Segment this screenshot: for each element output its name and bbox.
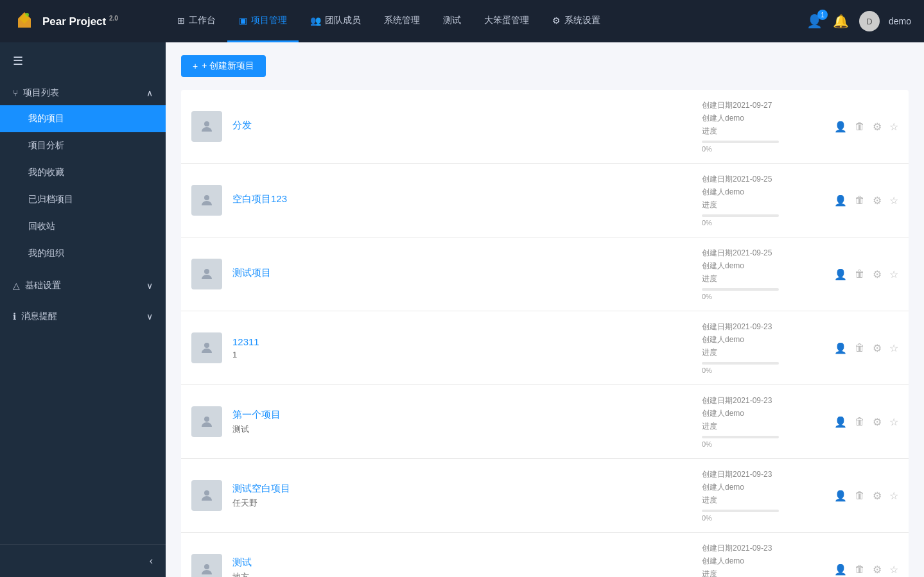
project-created-by: 创建人demo	[702, 187, 817, 198]
delete-action-icon[interactable]: 🗑	[855, 194, 865, 206]
project-icon: ▣	[239, 15, 247, 26]
delete-action-icon[interactable]: 🗑	[855, 121, 865, 132]
sidebar-item-project-analysis[interactable]: 项目分析	[0, 132, 166, 159]
sidebar-section-basic-settings-header[interactable]: △ 基础设置 ∨	[0, 273, 166, 298]
sidebar-item-my-projects[interactable]: 我的项目	[0, 105, 166, 132]
member-action-icon[interactable]: 👤	[834, 194, 847, 207]
project-created-date: 创建日期2021-09-23	[702, 322, 817, 332]
project-name[interactable]: 测试项目	[232, 267, 692, 279]
project-avatar	[191, 259, 222, 289]
project-actions: 👤 🗑 ⚙ ☆	[828, 564, 898, 576]
settings-action-icon[interactable]: ⚙	[873, 490, 882, 502]
progress-text: 0%	[702, 440, 817, 448]
project-info: 测试项目	[232, 267, 692, 282]
project-name[interactable]: 空白项目123	[232, 193, 692, 205]
star-action-icon[interactable]: ☆	[889, 194, 898, 207]
project-name[interactable]: 测试	[232, 556, 692, 569]
project-desc: 1	[232, 350, 692, 359]
member-action-icon[interactable]: 👤	[834, 268, 847, 280]
nav-item-workbench[interactable]: ⊞ 工作台	[166, 0, 227, 42]
nav-item-system[interactable]: 系统管理	[372, 0, 431, 42]
create-project-button[interactable]: + + 创建新项目	[181, 55, 266, 77]
project-name[interactable]: 第一个项目	[232, 409, 692, 421]
nav-item-settings[interactable]: ⚙ 系统设置	[541, 0, 612, 42]
project-avatar	[191, 185, 222, 216]
svg-point-5	[204, 269, 209, 274]
project-meta: 创建日期2021-09-25 创建人demo 进度 0%	[702, 248, 817, 300]
app-title: Pear Project 2.0	[42, 15, 118, 28]
project-item: 测试项目 创建日期2021-09-25 创建人demo 进度 0% 👤 🗑 ⚙ …	[181, 237, 909, 311]
member-action-icon[interactable]: 👤	[834, 342, 847, 354]
project-actions: 👤 🗑 ⚙ ☆	[828, 121, 898, 133]
team-icon: 👥	[310, 15, 321, 26]
progress-bar-wrap	[702, 214, 779, 217]
settings-action-icon[interactable]: ⚙	[873, 194, 882, 207]
star-action-icon[interactable]: ☆	[889, 268, 898, 280]
project-progress-label: 进度	[702, 200, 817, 211]
workbench-icon: ⊞	[177, 15, 185, 26]
project-created-by: 创建人demo	[702, 408, 817, 419]
progress-bar-wrap	[702, 510, 779, 512]
star-action-icon[interactable]: ☆	[889, 121, 898, 133]
delete-action-icon[interactable]: 🗑	[855, 416, 865, 427]
member-action-icon[interactable]: 👤	[834, 121, 847, 133]
project-list-section-icon: ⑂	[13, 88, 18, 98]
progress-text: 0%	[702, 514, 817, 522]
create-plus-icon: +	[193, 61, 198, 71]
user-notification-icon[interactable]: 👤 1	[806, 13, 823, 29]
project-name[interactable]: 分发	[232, 119, 692, 132]
sidebar-collapse-button[interactable]: ‹	[150, 555, 153, 567]
settings-action-icon[interactable]: ⚙	[873, 342, 882, 354]
nav-item-team[interactable]: 👥 团队成员	[299, 0, 372, 42]
project-avatar	[191, 480, 222, 511]
sidebar-section-notifications-header[interactable]: ℹ 消息提醒 ∨	[0, 304, 166, 329]
project-created-by: 创建人demo	[702, 556, 817, 567]
project-progress-label: 进度	[702, 273, 817, 284]
delete-action-icon[interactable]: 🗑	[855, 490, 865, 501]
sidebar-item-org[interactable]: 我的组织	[0, 240, 166, 267]
project-info: 测试空白项目 任天野	[232, 483, 692, 509]
nav-item-project[interactable]: ▣ 项目管理	[227, 0, 299, 42]
project-list-chevron: ∧	[146, 88, 153, 98]
project-info: 12311 1	[232, 336, 692, 359]
delete-action-icon[interactable]: 🗑	[855, 564, 865, 575]
star-action-icon[interactable]: ☆	[889, 564, 898, 576]
project-list: 分发 创建日期2021-09-27 创建人demo 进度 0% 👤 🗑 ⚙ ☆	[181, 90, 909, 577]
star-action-icon[interactable]: ☆	[889, 342, 898, 354]
sidebar-item-trash[interactable]: 回收站	[0, 213, 166, 240]
sidebar-item-archived[interactable]: 已归档项目	[0, 186, 166, 213]
project-meta: 创建日期2021-09-23 创建人demo 进度 0%	[702, 543, 817, 577]
project-name[interactable]: 12311	[232, 336, 692, 347]
settings-action-icon[interactable]: ⚙	[873, 416, 882, 428]
project-desc: 任天野	[232, 497, 692, 509]
star-action-icon[interactable]: ☆	[889, 416, 898, 428]
project-progress-label: 进度	[702, 347, 817, 358]
settings-action-icon[interactable]: ⚙	[873, 268, 882, 280]
settings-nav-icon: ⚙	[552, 15, 561, 26]
notifications-chevron: ∨	[146, 311, 153, 322]
delete-action-icon[interactable]: 🗑	[855, 342, 865, 354]
member-action-icon[interactable]: 👤	[834, 416, 847, 428]
hamburger-menu[interactable]: ☰	[0, 42, 166, 74]
project-name[interactable]: 测试空白项目	[232, 483, 692, 495]
user-profile[interactable]: D demo	[859, 11, 911, 31]
project-meta: 创建日期2021-09-27 创建人demo 进度 0%	[702, 100, 817, 153]
nav-links: ⊞ 工作台 ▣ 项目管理 👥 团队成员 系统管理 测试 大笨蛋管理 ⚙ 系统设置	[166, 0, 794, 42]
sidebar-section-project-list-header[interactable]: ⑂ 项目列表 ∧	[0, 81, 166, 105]
project-actions: 👤 🗑 ⚙ ☆	[828, 194, 898, 207]
nav-item-test[interactable]: 测试	[431, 0, 473, 42]
progress-text: 0%	[702, 219, 817, 227]
star-action-icon[interactable]: ☆	[889, 490, 898, 502]
project-created-date: 创建日期2021-09-23	[702, 469, 817, 480]
member-action-icon[interactable]: 👤	[834, 564, 847, 576]
settings-action-icon[interactable]: ⚙	[873, 121, 882, 133]
bell-icon-button[interactable]: 🔔	[833, 13, 849, 29]
settings-action-icon[interactable]: ⚙	[873, 564, 882, 576]
basic-settings-icon: △	[13, 280, 20, 291]
member-action-icon[interactable]: 👤	[834, 490, 847, 502]
sidebar-item-favorites[interactable]: 我的收藏	[0, 159, 166, 186]
nav-item-dummy[interactable]: 大笨蛋管理	[473, 0, 541, 42]
top-navigation: Pear Project 2.0 ⊞ 工作台 ▣ 项目管理 👥 团队成员 系统管…	[0, 0, 924, 42]
sidebar-project-list-items: 我的项目 项目分析 我的收藏 已归档项目 回收站 我的组织	[0, 105, 166, 267]
delete-action-icon[interactable]: 🗑	[855, 268, 865, 280]
